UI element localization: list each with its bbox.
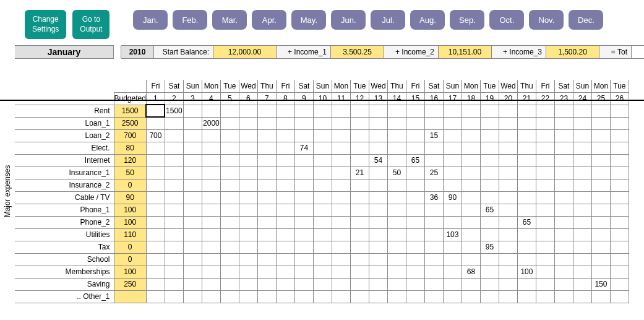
- budget-cell[interactable]: 700: [114, 129, 146, 142]
- expense-cell[interactable]: [257, 253, 276, 266]
- expense-cell[interactable]: [276, 266, 294, 278]
- expense-cell[interactable]: [146, 228, 165, 241]
- expense-cell[interactable]: [276, 228, 294, 241]
- expense-cell[interactable]: [183, 191, 202, 204]
- expense-cell[interactable]: [610, 253, 629, 266]
- expense-cell[interactable]: [276, 105, 294, 117]
- expense-cell[interactable]: [165, 216, 183, 228]
- budget-cell[interactable]: [114, 290, 146, 303]
- month-button-nov[interactable]: Nov.: [529, 10, 564, 30]
- expense-cell[interactable]: [276, 204, 294, 216]
- expense-cell[interactable]: [462, 241, 480, 253]
- expense-cell[interactable]: [499, 166, 517, 179]
- expense-cell[interactable]: [183, 117, 202, 129]
- expense-cell[interactable]: [480, 117, 499, 129]
- expense-cell[interactable]: [536, 154, 554, 166]
- expense-cell[interactable]: [202, 191, 220, 204]
- expense-cell[interactable]: [406, 241, 424, 253]
- expense-cell[interactable]: [480, 166, 499, 179]
- expense-cell[interactable]: [276, 191, 294, 204]
- expense-cell[interactable]: [220, 166, 239, 179]
- expense-cell[interactable]: [276, 278, 294, 290]
- expense-cell[interactable]: [257, 166, 276, 179]
- expense-cell[interactable]: [387, 129, 406, 142]
- expense-cell[interactable]: [443, 204, 462, 216]
- expense-cell[interactable]: [369, 204, 387, 216]
- expense-cell[interactable]: [369, 290, 387, 303]
- expense-cell[interactable]: [332, 290, 350, 303]
- expense-cell[interactable]: [591, 216, 610, 228]
- expense-cell[interactable]: [146, 105, 165, 117]
- expense-cell[interactable]: [443, 241, 462, 253]
- expense-cell[interactable]: [239, 241, 257, 253]
- expense-cell[interactable]: [202, 278, 220, 290]
- expense-cell[interactable]: [499, 191, 517, 204]
- expense-cell[interactable]: [517, 142, 536, 154]
- expense-cell[interactable]: [536, 228, 554, 241]
- expense-cell[interactable]: [332, 253, 350, 266]
- expense-cell[interactable]: [313, 241, 332, 253]
- expense-cell[interactable]: [220, 216, 239, 228]
- expense-cell[interactable]: [369, 191, 387, 204]
- expense-cell[interactable]: [554, 278, 573, 290]
- expense-cell[interactable]: [610, 117, 629, 129]
- expense-cell[interactable]: [517, 253, 536, 266]
- expense-cell[interactable]: [369, 129, 387, 142]
- expense-cell[interactable]: [350, 204, 369, 216]
- expense-cell[interactable]: [610, 166, 629, 179]
- expense-cell[interactable]: [517, 166, 536, 179]
- budget-cell[interactable]: 2500: [114, 117, 146, 129]
- expense-cell[interactable]: [573, 290, 591, 303]
- expense-cell[interactable]: [499, 253, 517, 266]
- expense-cell[interactable]: [610, 105, 629, 117]
- expense-cell[interactable]: [239, 204, 257, 216]
- expense-cell[interactable]: [369, 166, 387, 179]
- expense-cell[interactable]: [332, 216, 350, 228]
- expense-cell[interactable]: [443, 142, 462, 154]
- expense-cell[interactable]: 25: [424, 166, 443, 179]
- expense-cell[interactable]: [313, 266, 332, 278]
- budget-cell[interactable]: 90: [114, 191, 146, 204]
- expense-cell[interactable]: [257, 154, 276, 166]
- expense-cell[interactable]: [350, 253, 369, 266]
- expense-cell[interactable]: [294, 228, 313, 241]
- expense-cell[interactable]: [462, 204, 480, 216]
- expense-cell[interactable]: 50: [387, 166, 406, 179]
- expense-cell[interactable]: [536, 266, 554, 278]
- expense-cell[interactable]: [443, 179, 462, 191]
- expense-cell[interactable]: [350, 228, 369, 241]
- expense-cell[interactable]: [554, 290, 573, 303]
- expense-cell[interactable]: [517, 191, 536, 204]
- expense-cell[interactable]: [146, 241, 165, 253]
- month-button-aug[interactable]: Aug.: [410, 10, 445, 30]
- expense-cell[interactable]: [257, 266, 276, 278]
- expense-cell[interactable]: [554, 129, 573, 142]
- expense-cell[interactable]: [332, 105, 350, 117]
- expense-cell[interactable]: [536, 142, 554, 154]
- expense-cell[interactable]: [276, 253, 294, 266]
- expense-cell[interactable]: [480, 216, 499, 228]
- expense-cell[interactable]: [591, 105, 610, 117]
- expense-cell[interactable]: [536, 204, 554, 216]
- expense-cell[interactable]: [424, 266, 443, 278]
- expense-cell[interactable]: [443, 216, 462, 228]
- expense-cell[interactable]: [536, 191, 554, 204]
- expense-cell[interactable]: [257, 142, 276, 154]
- expense-cell[interactable]: [276, 179, 294, 191]
- expense-cell[interactable]: [387, 216, 406, 228]
- expense-cell[interactable]: [406, 266, 424, 278]
- expense-cell[interactable]: [165, 154, 183, 166]
- expense-cell[interactable]: [239, 228, 257, 241]
- expense-cell[interactable]: [499, 179, 517, 191]
- expense-cell[interactable]: [591, 166, 610, 179]
- expense-cell[interactable]: [369, 216, 387, 228]
- expense-cell[interactable]: [294, 179, 313, 191]
- expense-cell[interactable]: [499, 241, 517, 253]
- expense-cell[interactable]: [462, 166, 480, 179]
- expense-cell[interactable]: [183, 142, 202, 154]
- expense-cell[interactable]: [369, 179, 387, 191]
- budget-cell[interactable]: 100: [114, 216, 146, 228]
- expense-cell[interactable]: [591, 228, 610, 241]
- expense-cell[interactable]: [183, 241, 202, 253]
- expense-cell[interactable]: [146, 278, 165, 290]
